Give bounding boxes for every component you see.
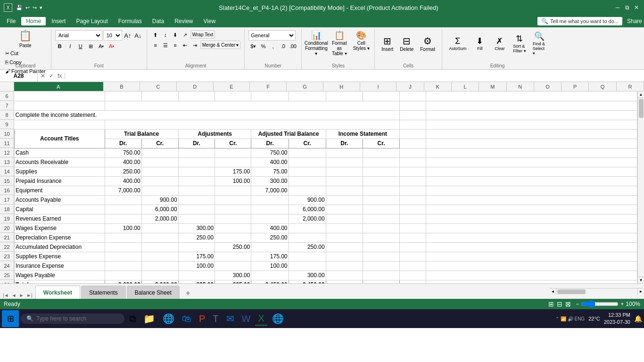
col-header-g[interactable]: G (287, 82, 323, 91)
cell-d6[interactable] (178, 91, 215, 101)
col-header-k[interactable]: K (424, 82, 452, 91)
cell-h19[interactable] (326, 214, 363, 223)
share-button[interactable]: Share (627, 18, 642, 25)
align-top-btn[interactable]: ⬆ (151, 30, 160, 40)
col-header-m[interactable]: M (479, 82, 506, 91)
confirm-formula-icon[interactable]: ✓ (48, 73, 55, 79)
cell-f17[interactable] (251, 195, 289, 205)
row-header-20[interactable]: 20 (0, 223, 14, 233)
col-header-f[interactable]: F (250, 82, 287, 91)
cell-j21[interactable] (400, 233, 426, 242)
cell-d25[interactable] (178, 271, 215, 280)
cell-e20[interactable] (215, 223, 251, 233)
cell-j20[interactable] (400, 223, 426, 233)
menu-view[interactable]: View (199, 17, 221, 25)
cell-e22[interactable]: 250.00 (215, 242, 251, 252)
cell-h10-income-statement[interactable]: Income Statement (326, 129, 399, 139)
cell-b11-dr[interactable]: Dr. (105, 139, 141, 148)
cell-h14[interactable] (326, 167, 363, 176)
cell-d16[interactable] (178, 186, 215, 195)
autosum-button[interactable]: Σ AutoSum (446, 29, 470, 58)
col-header-d[interactable]: D (177, 82, 214, 91)
cell-f10-adj-trial-balance[interactable]: Adjusted Trial Balance (251, 129, 326, 139)
cell-g11-cr[interactable]: Cr. (289, 139, 326, 148)
cell-a7[interactable] (15, 101, 105, 110)
wrap-text-button[interactable]: Wrap Text (190, 30, 215, 39)
cell-d24[interactable]: 100.00 (178, 261, 215, 271)
cell-g16[interactable] (289, 186, 326, 195)
col-header-n[interactable]: N (507, 82, 534, 91)
cell-i20[interactable] (363, 223, 399, 233)
increase-decimal-btn[interactable]: .0 (278, 41, 288, 51)
cell-h20[interactable] (326, 223, 363, 233)
align-center-btn[interactable]: ☰ (161, 41, 170, 50)
horizontal-scroll-thumb[interactable] (557, 289, 586, 294)
cell-b6[interactable] (105, 91, 141, 101)
menu-review[interactable]: Review (170, 17, 198, 25)
fill-color-button[interactable]: A▾ (97, 41, 106, 51)
cell-f15[interactable]: 300.00 (251, 176, 289, 186)
row-header-16[interactable]: 16 (0, 186, 14, 195)
customize-icon[interactable]: ▾ (39, 5, 43, 11)
increase-font-btn[interactable]: A↑ (123, 31, 132, 40)
cell-e17[interactable] (215, 195, 251, 205)
cell-g26[interactable]: 9,450.00 (289, 280, 326, 283)
cancel-formula-icon[interactable]: ✕ (40, 73, 46, 79)
cell-j16[interactable] (400, 186, 426, 195)
decrease-font-btn[interactable]: A↓ (133, 31, 143, 40)
minimize-button[interactable]: ─ (614, 4, 621, 11)
cell-i21[interactable] (363, 233, 399, 242)
cell-b24[interactable] (105, 261, 141, 271)
cell-c25[interactable] (141, 271, 178, 280)
restore-button[interactable]: ⧉ (623, 4, 631, 11)
col-header-e[interactable]: E (214, 82, 250, 91)
row-header-6[interactable]: 6 (0, 91, 14, 101)
cell-f25[interactable] (251, 271, 289, 280)
format-button[interactable]: ⚙ Format (417, 29, 438, 58)
cell-c26[interactable]: 8,900.00 (141, 280, 178, 283)
normal-view-btn[interactable]: ⊞ (547, 300, 555, 308)
menu-formulas[interactable]: Formulas (114, 17, 147, 25)
cell-b22[interactable] (105, 242, 141, 252)
cell-b15[interactable]: 400.00 (105, 176, 141, 186)
taskbar-search-input[interactable] (36, 315, 112, 322)
cell-i24[interactable] (363, 261, 399, 271)
taskbar-powerpoint[interactable]: P (196, 313, 208, 325)
cell-g19[interactable]: 2,000.00 (289, 214, 326, 223)
cell-i17[interactable] (363, 195, 399, 205)
cell-h25[interactable] (326, 271, 363, 280)
sort-filter-button[interactable]: ⇅ Sort &Filter ▾ (510, 29, 529, 58)
row-header-17[interactable]: 17 (0, 195, 14, 205)
cell-b12[interactable]: 750.00 (105, 148, 141, 157)
cell-d17[interactable] (178, 195, 215, 205)
cell-h18[interactable] (326, 205, 363, 214)
find-select-button[interactable]: 🔍 Find &Select ▾ (530, 29, 549, 58)
cell-j25[interactable] (400, 271, 426, 280)
cell-j23[interactable] (400, 252, 426, 261)
menu-file[interactable]: File (2, 17, 20, 25)
taskbar-chrome[interactable]: 🌐 (269, 312, 287, 325)
cell-f20[interactable]: 400.00 (251, 223, 289, 233)
tab-first-btn[interactable]: |◄ (2, 292, 10, 299)
cell-j22[interactable] (400, 242, 426, 252)
cell-c23[interactable] (141, 252, 178, 261)
cell-d14[interactable] (178, 167, 215, 176)
cell-d22[interactable] (178, 242, 215, 252)
col-header-p[interactable]: P (561, 82, 589, 91)
cell-i6[interactable] (363, 91, 399, 101)
cell-a22[interactable]: Accumulated Depreciation (15, 242, 105, 252)
cell-g25[interactable]: 300.00 (289, 271, 326, 280)
cell-a23[interactable]: Supplies Expense (15, 252, 105, 261)
cell-e18[interactable] (215, 205, 251, 214)
cell-j12[interactable] (400, 148, 426, 157)
zoom-slider[interactable] (581, 300, 619, 308)
cell-b26[interactable]: 8,900.00 (105, 280, 141, 283)
cell-d12[interactable] (178, 148, 215, 157)
cell-f26[interactable]: 9,450.00 (251, 280, 289, 283)
cell-h21[interactable] (326, 233, 363, 242)
cell-h17[interactable] (326, 195, 363, 205)
cell-a12[interactable]: Cash (15, 148, 105, 157)
page-layout-btn[interactable]: ⊟ (556, 300, 563, 308)
cell-i16[interactable] (363, 186, 399, 195)
cell-j6[interactable] (400, 91, 426, 101)
